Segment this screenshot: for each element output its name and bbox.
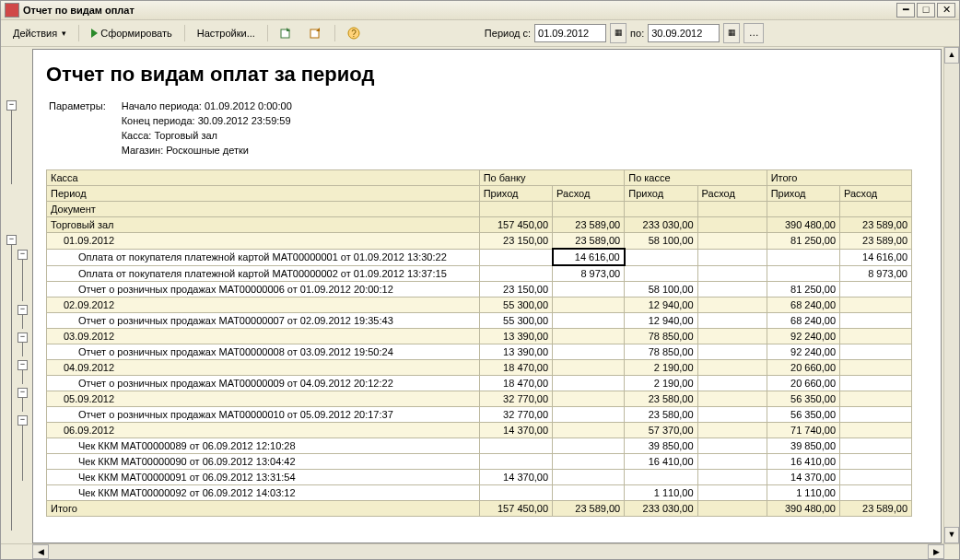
cell-value [840, 298, 912, 313]
cell-value [553, 376, 625, 391]
table-row[interactable]: 02.09.201255 300,0012 940,0068 240,00 [47, 298, 912, 313]
scroll-track[interactable] [944, 64, 959, 527]
separator [267, 25, 268, 41]
cell-value [697, 470, 767, 485]
table-row[interactable]: Чек ККМ МАТ00000091 от 06.09.2012 13:31:… [47, 470, 912, 485]
cell-value: 81 250,00 [767, 282, 839, 298]
scroll-right-button[interactable]: ▶ [928, 544, 944, 559]
table-row[interactable]: Чек ККМ МАТ00000092 от 06.09.2012 14:03:… [47, 485, 912, 501]
tree-line [22, 315, 23, 329]
param-line: Касса: Торговый зал [122, 128, 292, 143]
scroll-track-h[interactable] [49, 544, 928, 559]
period-to-picker[interactable]: ▦ [723, 23, 740, 43]
scroll-left-button[interactable]: ◀ [32, 544, 49, 559]
row-label: Чек ККМ МАТ00000092 от 06.09.2012 14:03:… [47, 485, 480, 501]
cell-value: 92 240,00 [767, 329, 839, 344]
cell-value [553, 329, 625, 344]
settings-button[interactable]: Настройки... [191, 23, 262, 43]
cell-value [697, 217, 767, 233]
tree-line [11, 245, 12, 531]
table-row[interactable]: Торговый зал157 450,0023 589,00233 030,0… [47, 217, 912, 233]
table-row[interactable]: Отчет о розничных продажах МАТ00000008 о… [47, 344, 912, 360]
tree-toggle[interactable]: − [18, 305, 28, 315]
cell-value [840, 454, 912, 470]
period-to-input[interactable]: 30.09.2012 [648, 24, 720, 42]
cell-value [479, 485, 552, 501]
total-label: Итого [47, 501, 480, 517]
cell-value: 55 300,00 [479, 298, 552, 313]
cell-value [697, 249, 767, 265]
tree-toggle[interactable]: − [18, 332, 28, 343]
minimize-button[interactable]: ━ [896, 3, 915, 18]
cell-value [767, 265, 839, 282]
tree-toggle[interactable]: − [18, 250, 28, 260]
tree-line [22, 426, 23, 481]
help-button[interactable]: ? [341, 23, 367, 43]
cell-value [553, 423, 625, 438]
table-row[interactable]: 05.09.201232 770,0023 580,0056 350,00 [47, 391, 912, 407]
table-row[interactable]: Оплата от покупателя платежной картой МА… [47, 265, 912, 282]
cell-value: 14 616,00 [553, 249, 625, 265]
table-row[interactable]: Оплата от покупателя платежной картой МА… [47, 249, 912, 265]
table-row[interactable]: Отчет о розничных продажах МАТ00000007 о… [47, 313, 912, 329]
scroll-down-button[interactable]: ▼ [944, 527, 959, 543]
table-row[interactable]: Отчет о розничных продажах МАТ00000006 о… [47, 282, 912, 298]
cell-value [840, 282, 912, 298]
table-row[interactable]: Отчет о розничных продажах МАТ00000009 о… [47, 376, 912, 391]
table-row[interactable]: Чек ККМ МАТ00000089 от 06.09.2012 12:10:… [47, 438, 912, 454]
cell-value: 23 589,00 [840, 233, 912, 250]
horizontal-scrollbar[interactable]: ◀ ▶ [1, 543, 959, 559]
period-dialog-button[interactable]: … [743, 23, 764, 43]
cell-value: 23 589,00 [840, 217, 912, 233]
cell-value: 13 390,00 [479, 329, 552, 344]
cell-value: 20 660,00 [767, 360, 839, 376]
maximize-button[interactable]: □ [917, 3, 935, 18]
tree-toggle[interactable]: − [6, 235, 17, 245]
row-label: Отчет о розничных продажах МАТ00000008 о… [47, 344, 480, 360]
scroll-up-button[interactable]: ▲ [944, 47, 959, 64]
actions-menu[interactable]: Действия▾ [6, 23, 73, 43]
header-period: Период [47, 186, 480, 202]
toolbar: Действия▾ Сформировать Настройки... ? [1, 20, 959, 47]
tree-toggle[interactable]: − [18, 388, 28, 398]
header-expense: Расход [553, 186, 625, 202]
row-label: Отчет о розничных продажах МАТ00000010 о… [47, 407, 480, 423]
tree-toggle[interactable]: − [18, 360, 28, 370]
tree-toggle[interactable]: − [18, 415, 28, 426]
tree-line [22, 260, 23, 301]
cell-value [840, 470, 912, 485]
cell-value: 12 940,00 [625, 313, 697, 329]
report-viewport[interactable]: Отчет по видам оплат за период Параметры… [32, 49, 942, 543]
cell-value: 2 190,00 [625, 360, 697, 376]
generate-button[interactable]: Сформировать [85, 23, 179, 43]
table-row[interactable]: 06.09.201214 370,0057 370,0071 740,00 [47, 423, 912, 438]
param-line: Начало периода: 01.09.2012 0:00:00 [122, 99, 292, 113]
vertical-scrollbar[interactable]: ▲ ▼ [943, 47, 959, 543]
period-from-input[interactable]: 01.09.2012 [534, 24, 606, 42]
header-document: Документ [47, 202, 480, 217]
app-icon [5, 3, 19, 18]
close-button[interactable]: ✕ [937, 3, 955, 18]
table-row[interactable]: 03.09.201213 390,0078 850,0092 240,00 [47, 329, 912, 344]
total-value: 23 589,00 [840, 501, 912, 517]
export-button-2[interactable] [303, 23, 329, 43]
tree-toggle[interactable]: − [6, 100, 17, 111]
cell-value [697, 233, 767, 250]
period-from-picker[interactable]: ▦ [610, 23, 626, 43]
cell-value [697, 438, 767, 454]
cell-value: 23 580,00 [625, 407, 697, 423]
report-title: Отчет по видам оплат за период [46, 63, 928, 87]
header-group: По кассе [625, 170, 767, 186]
cell-value: 23 150,00 [479, 282, 552, 298]
table-row[interactable]: Отчет о розничных продажах МАТ00000010 о… [47, 407, 912, 423]
cell-value [553, 360, 625, 376]
table-row[interactable]: Чек ККМ МАТ00000090 от 06.09.2012 13:04:… [47, 454, 912, 470]
cell-value: 14 616,00 [840, 249, 912, 265]
table-row[interactable]: 04.09.201218 470,002 190,0020 660,00 [47, 360, 912, 376]
cell-value: 8 973,00 [840, 265, 912, 282]
row-label: Чек ККМ МАТ00000090 от 06.09.2012 13:04:… [47, 454, 480, 470]
row-label: Отчет о розничных продажах МАТ00000009 о… [47, 376, 480, 391]
window-title: Отчет по видам оплат [23, 5, 135, 16]
export-button-1[interactable] [274, 23, 299, 43]
table-row[interactable]: 01.09.201223 150,0023 589,0058 100,0081 … [47, 233, 912, 250]
